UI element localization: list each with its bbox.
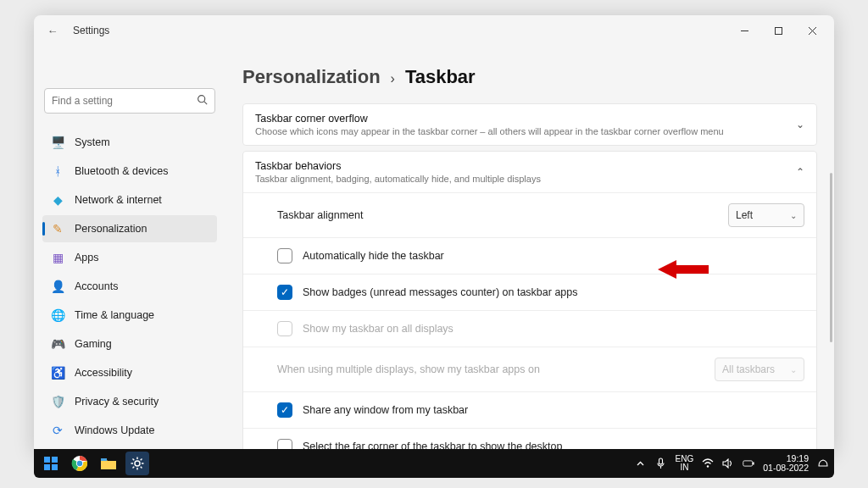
apps-icon: ▦: [51, 251, 64, 264]
settings-window: ← Settings 🖥️SystemᚼBluetooth & devices◆…: [34, 15, 834, 454]
svg-point-17: [135, 461, 140, 466]
svg-point-15: [77, 461, 82, 466]
row-show-badges: ✓ Show badges (unread messages counter) …: [243, 274, 816, 310]
svg-line-25: [133, 467, 135, 469]
breadcrumb-current: Taskbar: [405, 66, 476, 88]
search-box[interactable]: [44, 88, 215, 114]
badges-checkbox[interactable]: ✓: [277, 285, 292, 300]
multidisp-dropdown: All taskbars ⌄: [715, 358, 804, 381]
accounts-icon: 👤: [51, 280, 64, 293]
sidebar-item-bluetooth-devices[interactable]: ᚼBluetooth & devices: [42, 158, 217, 185]
breadcrumb-parent[interactable]: Personalization: [242, 66, 381, 88]
sidebar-item-gaming[interactable]: 🎮Gaming: [42, 330, 217, 358]
main-content: Personalization › Taskbar Taskbar corner…: [225, 46, 834, 454]
alignment-dropdown[interactable]: Left ⌄: [728, 203, 804, 227]
svg-rect-29: [743, 461, 753, 466]
svg-point-4: [198, 96, 205, 103]
title-bar: ← Settings: [34, 15, 834, 46]
card-taskbar-behaviors: Taskbar behaviors Taskbar alignment, bad…: [242, 151, 817, 454]
microphone-icon[interactable]: [655, 458, 667, 469]
overflow-title: Taskbar corner overflow: [255, 113, 796, 125]
back-button[interactable]: ←: [39, 25, 66, 37]
windows-update-icon: ⟳: [51, 424, 64, 437]
wifi-icon[interactable]: [702, 458, 714, 469]
svg-rect-10: [52, 457, 58, 463]
annotation-arrow-icon: [658, 258, 709, 281]
row-taskbar-alignment: Taskbar alignment Left ⌄: [243, 192, 816, 237]
breadcrumb-separator: ›: [391, 71, 395, 86]
windows-taskbar: ENGIN 19:1901-08-2022: [34, 449, 834, 478]
sidebar-item-apps[interactable]: ▦Apps: [42, 244, 217, 271]
volume-icon[interactable]: [722, 458, 734, 469]
sidebar-item-network-internet[interactable]: ◆Network & internet: [42, 186, 217, 214]
autohide-checkbox[interactable]: [277, 248, 292, 263]
sidebar-item-system[interactable]: 🖥️System: [42, 129, 217, 156]
showall-checkbox: [277, 321, 292, 336]
shareany-label: Share any window from my taskbar: [303, 404, 804, 416]
bluetooth-devices-icon: ᚼ: [51, 164, 64, 178]
svg-rect-26: [659, 458, 663, 464]
app-title: Settings: [73, 25, 109, 36]
sidebar-item-time-language[interactable]: 🌐Time & language: [42, 302, 217, 329]
system-icon: 🖥️: [51, 136, 64, 149]
settings-app-icon[interactable]: [125, 452, 149, 475]
sidebar-item-windows-update[interactable]: ⟳Windows Update: [42, 417, 217, 444]
svg-line-22: [133, 459, 135, 461]
minimize-button[interactable]: [727, 19, 761, 42]
svg-line-23: [141, 467, 142, 469]
tray-chevron-up-icon[interactable]: [635, 458, 647, 469]
sidebar-item-label: Personalization: [75, 223, 147, 235]
notifications-icon[interactable]: [817, 458, 829, 469]
search-input[interactable]: [52, 95, 197, 107]
sidebar-item-label: Network & internet: [75, 194, 162, 206]
sidebar-item-label: System: [75, 136, 110, 148]
battery-icon[interactable]: [743, 458, 754, 469]
sidebar-item-personalization[interactable]: ✎Personalization: [42, 215, 217, 242]
svg-rect-1: [775, 27, 782, 34]
multidisp-label: When using multiple displays, show my ta…: [252, 363, 715, 375]
sidebar-item-label: Accounts: [75, 280, 118, 292]
shareany-checkbox[interactable]: ✓: [277, 402, 292, 418]
clock[interactable]: 19:1901-08-2022: [763, 454, 809, 473]
svg-line-24: [141, 459, 142, 461]
sidebar-item-privacy-security[interactable]: 🛡️Privacy & security: [42, 388, 217, 415]
vertical-scrollbar[interactable]: [830, 173, 832, 342]
svg-point-28: [707, 465, 709, 467]
maximize-button[interactable]: [761, 19, 795, 42]
network-internet-icon: ◆: [51, 193, 64, 207]
row-auto-hide: Automatically hide the taskbar: [243, 237, 816, 274]
file-explorer-icon[interactable]: [97, 452, 120, 475]
svg-rect-11: [44, 464, 50, 470]
svg-rect-9: [44, 457, 50, 463]
showall-label: Show my taskbar on all displays: [303, 323, 804, 335]
chevron-down-icon: ⌄: [790, 211, 797, 220]
autohide-label: Automatically hide the taskbar: [303, 250, 804, 262]
personalization-icon: ✎: [51, 222, 64, 236]
row-show-all-displays: Show my taskbar on all displays: [243, 310, 816, 347]
sidebar-item-label: Bluetooth & devices: [75, 165, 169, 177]
sidebar-item-accessibility[interactable]: ♿Accessibility: [42, 359, 217, 386]
sidebar-item-label: Accessibility: [75, 367, 132, 379]
sidebar-item-accounts[interactable]: 👤Accounts: [42, 273, 217, 300]
behaviors-subtitle: Taskbar alignment, badging, automaticall…: [255, 174, 796, 184]
sidebar-item-label: Privacy & security: [75, 396, 159, 408]
svg-marker-8: [658, 260, 709, 279]
svg-line-5: [204, 102, 207, 104]
close-button[interactable]: [795, 19, 829, 42]
card-header-overflow[interactable]: Taskbar corner overflow Choose which ico…: [243, 104, 816, 145]
sidebar-item-label: Windows Update: [75, 424, 155, 436]
time-language-icon: 🌐: [51, 308, 64, 322]
sidebar: 🖥️SystemᚼBluetooth & devices◆Network & i…: [34, 46, 225, 454]
search-icon: [197, 93, 208, 108]
privacy-security-icon: 🛡️: [51, 395, 64, 408]
chevron-down-icon: ⌄: [796, 119, 804, 130]
row-share-any-window: ✓ Share any window from my taskbar: [243, 391, 816, 428]
breadcrumb: Personalization › Taskbar: [242, 66, 817, 88]
start-button[interactable]: [39, 452, 63, 475]
card-header-behaviors[interactable]: Taskbar behaviors Taskbar alignment, bad…: [243, 152, 816, 192]
chrome-icon[interactable]: [68, 452, 92, 475]
sidebar-nav: 🖥️SystemᚼBluetooth & devices◆Network & i…: [42, 129, 217, 444]
sidebar-item-label: Gaming: [75, 338, 112, 350]
language-indicator[interactable]: ENGIN: [676, 455, 694, 473]
chevron-up-icon: ⌃: [796, 166, 804, 178]
